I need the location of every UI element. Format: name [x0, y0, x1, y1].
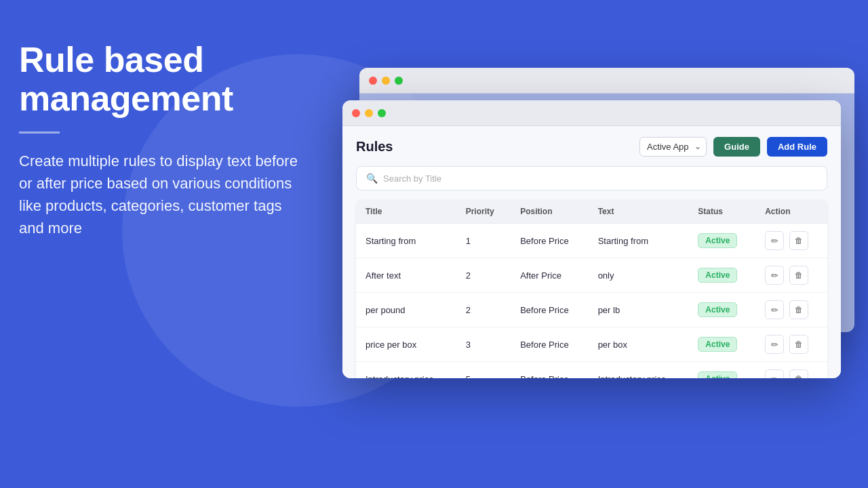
rules-table: Title Priority Position Text Status Acti…	[356, 200, 827, 378]
cell-text: Starting from	[589, 224, 689, 258]
status-badge: Active	[698, 302, 737, 317]
cell-action: ✏🗑	[755, 293, 827, 327]
cell-priority: 2	[456, 293, 511, 327]
close-dot[interactable]	[352, 109, 360, 117]
dot-green	[395, 77, 403, 85]
table-row: per pound2Before Priceper lbActive✏🗑	[356, 293, 827, 327]
table-body: Starting from1Before PriceStarting fromA…	[356, 224, 827, 379]
cell-text: per box	[589, 327, 689, 362]
minimize-dot[interactable]	[365, 109, 373, 117]
delete-button[interactable]: 🗑	[789, 266, 808, 285]
edit-button[interactable]: ✏	[765, 266, 784, 285]
delete-button[interactable]: 🗑	[789, 231, 808, 250]
action-icons: ✏🗑	[765, 266, 818, 285]
delete-icon: 🗑	[795, 270, 803, 280]
cell-text: per lb	[589, 293, 689, 327]
col-action: Action	[755, 200, 827, 224]
cell-action: ✏🗑	[755, 362, 827, 379]
active-app-wrapper[interactable]: Active App	[639, 137, 707, 157]
edit-button[interactable]: ✏	[765, 231, 784, 250]
dot-red	[369, 77, 377, 85]
cell-text: Introductory price	[589, 362, 689, 379]
left-panel: Rule based management Create multiple ru…	[19, 41, 311, 239]
action-icons: ✏🗑	[765, 369, 818, 378]
action-icons: ✏🗑	[765, 335, 818, 354]
window-content: Rules Active App Guide Add Rule 🔍 Search…	[342, 126, 841, 378]
cell-title: Starting from	[356, 224, 456, 258]
edit-icon: ✏	[771, 374, 778, 379]
bg-window-titlebar	[359, 68, 854, 94]
edit-icon: ✏	[771, 236, 778, 246]
search-bar[interactable]: 🔍 Search by Title	[356, 166, 827, 190]
window-titlebar	[342, 100, 841, 126]
table-header-row: Title Priority Position Text Status Acti…	[356, 200, 827, 224]
cell-status: Active	[688, 293, 755, 327]
cell-action: ✏🗑	[755, 258, 827, 293]
delete-button[interactable]: 🗑	[789, 335, 808, 354]
delete-icon: 🗑	[795, 305, 803, 314]
search-icon: 🔍	[366, 173, 378, 184]
cell-action: ✏🗑	[755, 224, 827, 258]
heading-divider	[19, 131, 60, 134]
col-text: Text	[589, 200, 689, 224]
delete-button[interactable]: 🗑	[789, 300, 808, 319]
col-priority: Priority	[456, 200, 511, 224]
delete-button[interactable]: 🗑	[789, 369, 808, 378]
rules-title: Rules	[356, 139, 393, 155]
edit-button[interactable]: ✏	[765, 300, 784, 319]
cell-priority: 5	[456, 362, 511, 379]
cell-status: Active	[688, 362, 755, 379]
main-heading: Rule based management	[19, 41, 311, 118]
table-row: After text2After PriceonlyActive✏🗑	[356, 258, 827, 293]
cell-text: only	[589, 258, 689, 293]
active-app-select[interactable]: Active App	[639, 137, 707, 157]
description-text: Create multiple rules to display text be…	[19, 150, 311, 239]
edit-button[interactable]: ✏	[765, 369, 784, 378]
delete-icon: 🗑	[795, 236, 803, 245]
table-row: Introductory price5Before PriceIntroduct…	[356, 362, 827, 379]
cell-status: Active	[688, 327, 755, 362]
edit-icon: ✏	[771, 305, 778, 315]
search-placeholder-text: Search by Title	[383, 174, 441, 184]
maximize-dot[interactable]	[378, 109, 386, 117]
cell-position: Before Price	[511, 293, 588, 327]
main-window: Rules Active App Guide Add Rule 🔍 Search…	[342, 100, 841, 378]
cell-position: Before Price	[511, 362, 588, 379]
cell-priority: 1	[456, 224, 511, 258]
status-badge: Active	[698, 268, 737, 283]
col-title: Title	[356, 200, 456, 224]
cell-title: per pound	[356, 293, 456, 327]
cell-status: Active	[688, 224, 755, 258]
edit-icon: ✏	[771, 340, 778, 350]
table-row: price per box3Before Priceper boxActive✏…	[356, 327, 827, 362]
col-position: Position	[511, 200, 588, 224]
action-icons: ✏🗑	[765, 231, 818, 250]
cell-position: After Price	[511, 258, 588, 293]
table-header: Title Priority Position Text Status Acti…	[356, 200, 827, 224]
edit-button[interactable]: ✏	[765, 335, 784, 354]
cell-action: ✏🗑	[755, 327, 827, 362]
status-badge: Active	[698, 371, 737, 378]
status-badge: Active	[698, 337, 737, 352]
guide-button[interactable]: Guide	[713, 137, 760, 157]
dot-yellow	[382, 77, 390, 85]
cell-status: Active	[688, 258, 755, 293]
delete-icon: 🗑	[795, 374, 803, 378]
cell-title: After text	[356, 258, 456, 293]
col-status: Status	[688, 200, 755, 224]
header-actions: Active App Guide Add Rule	[639, 137, 827, 157]
cell-title: Introductory price	[356, 362, 456, 379]
delete-icon: 🗑	[795, 340, 803, 349]
status-badge: Active	[698, 233, 737, 248]
rules-header: Rules Active App Guide Add Rule	[356, 137, 827, 157]
table-row: Starting from1Before PriceStarting fromA…	[356, 224, 827, 258]
edit-icon: ✏	[771, 270, 778, 281]
cell-priority: 3	[456, 327, 511, 362]
action-icons: ✏🗑	[765, 300, 818, 319]
cell-priority: 2	[456, 258, 511, 293]
cell-position: Before Price	[511, 327, 588, 362]
add-rule-button[interactable]: Add Rule	[767, 137, 827, 157]
cell-position: Before Price	[511, 224, 588, 258]
cell-title: price per box	[356, 327, 456, 362]
